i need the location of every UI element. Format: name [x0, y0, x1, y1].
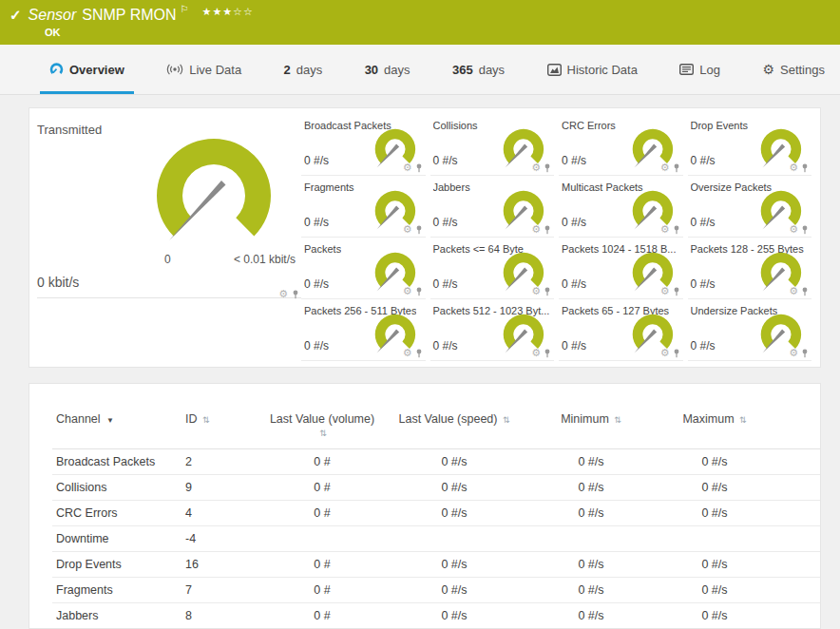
tab-number: 30 — [365, 63, 378, 77]
gear-icon[interactable]: ⚙ — [403, 224, 412, 235]
pin-icon[interactable] — [801, 225, 809, 235]
cell-id: -4 — [181, 526, 265, 552]
pin-icon[interactable] — [415, 225, 423, 235]
gauge-value: 0 #/s — [433, 339, 458, 353]
column-header-maximum[interactable]: Maximum ⇅ — [653, 409, 776, 449]
pin-icon[interactable] — [544, 287, 551, 296]
gear-icon[interactable]: ⚙ — [531, 348, 541, 358]
pin-icon[interactable] — [544, 225, 551, 235]
gauge-tile-oversize-packets[interactable]: Oversize Packets 0 #/s ⚙ — [688, 176, 812, 238]
gear-icon[interactable]: ⚙ — [403, 162, 412, 173]
tab-live-data[interactable]: Live Data — [157, 45, 251, 94]
gauge-tile-undersize-packets[interactable]: Undersize Packets 0 #/s ⚙ — [688, 299, 812, 361]
pin-icon[interactable] — [673, 349, 680, 358]
pin-icon[interactable] — [801, 287, 809, 296]
cell-minimum: 0 #/s — [529, 449, 653, 475]
gauge-tile-packets-le-64-byte[interactable]: Packets <= 64 Byte 0 #/s ⚙ — [430, 238, 555, 299]
gauge-tile-jabbers[interactable]: Jabbers 0 #/s ⚙ — [430, 176, 555, 238]
cell-id: 7 — [181, 578, 265, 603]
pin-icon[interactable] — [415, 163, 423, 173]
tab-overview[interactable]: Overview — [40, 45, 134, 94]
tab-2-days[interactable]: 2 days — [275, 45, 333, 94]
cell-last-value-speed — [379, 526, 529, 552]
chart-icon — [547, 64, 562, 76]
tab-label: days — [296, 63, 322, 77]
gear-icon[interactable]: ⚙ — [789, 286, 798, 296]
priority-stars[interactable]: ★★★☆☆ — [202, 6, 254, 18]
tab-log[interactable]: Log — [670, 45, 730, 94]
gear-icon[interactable]: ⚙ — [789, 224, 798, 235]
cell-last-value-volume: 0 # — [265, 578, 379, 603]
pin-icon[interactable] — [673, 163, 680, 173]
gauge-icon — [49, 63, 64, 76]
sensor-name: SNMP RMON — [82, 7, 176, 24]
cell-last-value-speed: 0 #/s — [379, 501, 529, 526]
pin-icon[interactable] — [801, 349, 809, 358]
column-header-channel[interactable]: Channel ▼ — [52, 409, 181, 449]
gauge-tile-packets-128-255[interactable]: Packets 128 - 255 Bytes 0 #/s ⚙ — [688, 238, 812, 299]
tab-number: 2 — [284, 63, 291, 77]
gauge-tile-multicast-packets[interactable]: Multicast Packets 0 #/s ⚙ — [559, 176, 683, 238]
pin-icon[interactable] — [801, 163, 809, 173]
gauge-tile-packets[interactable]: Packets 0 #/s ⚙ — [301, 238, 426, 299]
gear-icon[interactable]: ⚙ — [660, 224, 670, 235]
cell-minimum: 0 #/s — [529, 552, 653, 578]
pin-icon[interactable] — [415, 287, 423, 296]
gear-icon[interactable]: ⚙ — [278, 289, 288, 299]
pin-icon[interactable] — [673, 225, 680, 235]
status-badge: OK — [45, 27, 61, 38]
gear-icon[interactable]: ⚙ — [660, 348, 670, 358]
gauge-label: Packets — [304, 243, 341, 255]
cell-channel: Drop Events — [52, 552, 181, 578]
pin-icon[interactable] — [673, 287, 680, 296]
gear-icon[interactable]: ⚙ — [531, 162, 541, 173]
gauge-tile-packets-256-511[interactable]: Packets 256 - 511 Bytes 0 #/s ⚙ — [301, 299, 426, 361]
gauge-tile-packets-65-127[interactable]: Packets 65 - 127 Bytes 0 #/s ⚙ — [559, 299, 683, 361]
gauge-tile-collisions[interactable]: Collisions 0 #/s ⚙ — [430, 114, 555, 176]
gauge-value: 0 #/s — [304, 154, 329, 167]
gear-icon[interactable]: ⚙ — [403, 348, 412, 358]
gear-icon[interactable]: ⚙ — [531, 286, 541, 296]
gear-icon[interactable]: ⚙ — [660, 286, 670, 296]
gear-icon[interactable]: ⚙ — [531, 224, 541, 235]
gauge-tile-drop-events[interactable]: Drop Events 0 #/s ⚙ — [688, 114, 812, 176]
gauge-tile-broadcast-packets[interactable]: Broadcast Packets 0 #/s ⚙ — [301, 114, 426, 176]
pin-icon[interactable] — [292, 290, 299, 299]
column-header-last-value-volume[interactable]: Last Value (volume) ⇅ — [265, 409, 379, 449]
cell-last-value-speed: 0 #/s — [379, 552, 529, 578]
pin-icon[interactable] — [544, 163, 551, 173]
cell-last-value-volume: 0 # — [265, 475, 379, 501]
column-header-id[interactable]: ID ⇅ — [181, 409, 265, 449]
tab-365-days[interactable]: 365 days — [443, 45, 514, 94]
gauge-value: 0 #/s — [562, 339, 586, 353]
table-row-crc-errors: CRC Errors 4 0 # 0 #/s 0 #/s 0 #/s — [52, 501, 821, 526]
column-header-last-value-speed[interactable]: Last Value (speed) ⇅ — [379, 409, 529, 449]
gauge-value: 0 #/s — [691, 154, 716, 167]
gear-icon[interactable]: ⚙ — [789, 348, 798, 358]
cell-id: 4 — [181, 501, 265, 526]
column-header-minimum[interactable]: Minimum ⇅ — [529, 409, 653, 449]
tab-historic-data[interactable]: Historic Data — [538, 45, 647, 94]
gauge-tile-packets-1024-1518[interactable]: Packets 1024 - 1518 B... 0 #/s ⚙ — [559, 238, 683, 299]
main-gauge-value: 0 kbit/s — [37, 275, 79, 290]
gear-icon[interactable]: ⚙ — [403, 286, 412, 296]
pin-icon[interactable] — [415, 349, 423, 358]
sort-icon: ⇅ — [202, 415, 210, 425]
gauge-tile-packets-512-1023[interactable]: Packets 512 - 1023 Byt... 0 #/s ⚙ — [430, 299, 555, 361]
gauge-tile-crc-errors[interactable]: CRC Errors 0 #/s ⚙ — [559, 114, 683, 176]
channels-table: Channel ▼ ID ⇅ Last Value (volume) ⇅ Las… — [52, 409, 821, 629]
sort-icon: ⇅ — [614, 415, 621, 425]
tab-settings[interactable]: ⚙ Settings — [753, 45, 834, 94]
pin-icon[interactable] — [544, 349, 551, 358]
gauge-label: Collisions — [433, 120, 478, 131]
column-header-actions — [776, 409, 821, 449]
cell-id: 2 — [181, 449, 265, 475]
gear-icon[interactable]: ⚙ — [789, 162, 798, 173]
cell-channel: Downtime — [52, 526, 181, 552]
cell-maximum: 0 #/s — [653, 475, 776, 501]
gauge-tile-fragments[interactable]: Fragments 0 #/s ⚙ — [301, 176, 426, 238]
tab-30-days[interactable]: 30 days — [355, 45, 420, 94]
tab-label: days — [384, 63, 410, 77]
gear-icon[interactable]: ⚙ — [660, 162, 670, 173]
flag-icon[interactable]: ⚐ — [181, 5, 189, 14]
